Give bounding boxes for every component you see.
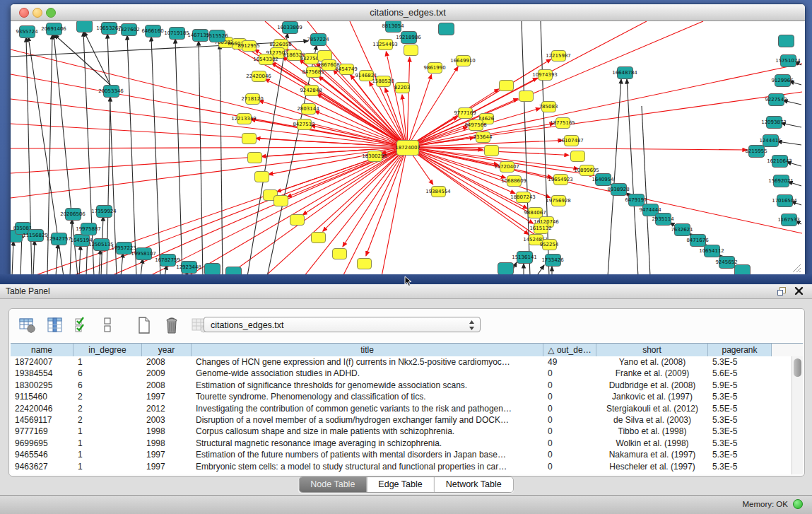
graph-node[interactable]: 16543382	[259, 54, 273, 65]
table-row[interactable]: 1830029562008Estimation of significance …	[11, 380, 792, 391]
graph-node[interactable]: 6479197	[628, 194, 645, 206]
graph-node[interactable]: 2803144	[301, 103, 316, 115]
graph-node[interactable]: 6466160	[145, 25, 161, 37]
graph-node[interactable]: 10899695	[579, 165, 594, 176]
window-resize-grip[interactable]	[792, 263, 801, 273]
table-cell[interactable]: 1998	[142, 426, 192, 437]
table-cell[interactable]: 9777169	[11, 426, 73, 437]
graph-node[interactable]: 8454749	[339, 64, 354, 75]
tab-network-table[interactable]: Network Table	[434, 477, 513, 492]
graph-node[interactable]	[204, 263, 220, 275]
graph-node[interactable]: 7857224	[310, 33, 326, 46]
graph-node[interactable]: 1588520	[376, 76, 391, 87]
graph-node[interactable]: 1244415	[763, 134, 779, 147]
graph-node[interactable]: 22420046	[252, 71, 266, 82]
graph-node[interactable]	[290, 214, 305, 226]
graph-node[interactable]	[311, 232, 326, 243]
table-cell[interactable]: Genome-wide association studies in ADHD.	[192, 368, 543, 379]
table-row[interactable]: 1456911722003Disruption of a novel membe…	[11, 414, 792, 426]
table-cell[interactable]: 2009	[142, 368, 192, 379]
graph-node[interactable]: 16648784	[617, 66, 633, 79]
graph-node[interactable]: 10653267	[101, 22, 117, 35]
graph-node[interactable]	[247, 152, 262, 163]
graph-node[interactable]: 82203	[395, 82, 410, 93]
graph-node[interactable]: 9146821	[359, 70, 374, 81]
table-cell[interactable]: Dudbridge et al. (2008)	[596, 380, 708, 391]
column-header-in_degree[interactable]: in_degree	[73, 344, 142, 357]
graph-node[interactable]: 8938928	[611, 183, 627, 196]
graph-node[interactable]: 10688609	[507, 175, 522, 187]
column-header-year[interactable]: year	[142, 344, 192, 357]
column-header-name[interactable]: name	[11, 344, 73, 357]
table-cell[interactable]: 2	[73, 391, 142, 402]
graph-node[interactable]: 18724007	[396, 140, 419, 156]
graph-node[interactable]	[778, 35, 794, 47]
table-cell[interactable]: Structural magnetic resonance image aver…	[192, 438, 543, 449]
graph-node[interactable]: 17359924	[96, 205, 112, 218]
table-cell[interactable]: 5.5E-5	[708, 403, 772, 414]
table-cell[interactable]: 1997	[142, 461, 192, 472]
float-panel-icon[interactable]	[777, 286, 787, 296]
table-cell[interactable]: 9465546	[11, 449, 73, 460]
column-header-pagerank[interactable]: pagerank	[708, 344, 772, 357]
graph-node[interactable]: 15720407	[500, 161, 514, 173]
table-cell[interactable]: 22420046	[11, 403, 73, 414]
graph-node[interactable]	[242, 133, 257, 144]
graph-node[interactable]: 12942757	[51, 233, 67, 245]
graph-node[interactable]: 9245652	[719, 256, 735, 269]
table-cell[interactable]: 0	[543, 368, 596, 379]
graph-node[interactable]: 9327508	[304, 53, 319, 64]
graph-node[interactable]: 18300295	[367, 151, 382, 162]
table-cell[interactable]: 5.3E-5	[708, 461, 772, 472]
graph-node[interactable]: 8215955	[748, 145, 765, 158]
table-cell[interactable]: 5.3E-5	[708, 391, 772, 402]
table-cell[interactable]: 1	[73, 461, 142, 472]
table-cell[interactable]: 1	[73, 356, 142, 368]
graph-node[interactable]: 2718120	[245, 93, 260, 105]
tab-node-table[interactable]: Node Table	[299, 477, 366, 492]
table-row[interactable]: 946362711997Embryonic stem cells: a mode…	[11, 461, 792, 472]
graph-node[interactable]: 1615132	[534, 223, 548, 234]
table-row[interactable]: 911546021997Tourette syndrome. Phenomeno…	[11, 391, 792, 402]
table-cell[interactable]: 9463627	[11, 461, 73, 472]
table-cell[interactable]: Changes of HCN gene expression and I(f) …	[192, 356, 543, 368]
graph-node[interactable]: 19975887	[81, 223, 97, 235]
table-cell[interactable]: Nakamura et al. (1997)	[596, 449, 708, 460]
graph-node[interactable]: 18807243	[516, 192, 531, 203]
graph-node[interactable]: 15136141	[517, 251, 533, 264]
graph-node[interactable]	[254, 171, 269, 182]
graph-node[interactable]	[76, 21, 93, 33]
graph-node[interactable]: 19958107	[136, 247, 152, 260]
graph-node[interactable]: 9242848	[304, 85, 319, 96]
graph-node[interactable]: 8497568	[469, 119, 483, 131]
table-cell[interactable]: 14569117	[11, 414, 73, 426]
table-cell[interactable]: 9699695	[11, 438, 73, 449]
graph-node[interactable]: 7515526	[209, 30, 225, 42]
column-header-out_de[interactable]: △ out_de…	[543, 344, 596, 357]
table-cell[interactable]: Hescheler et al. (1997)	[596, 461, 708, 472]
graph-node[interactable]: 1645194	[73, 234, 90, 247]
graph-node[interactable]: 19654923	[553, 174, 568, 185]
table-cell[interactable]: 2	[73, 403, 142, 414]
graph-node[interactable]: 17957223	[116, 242, 132, 255]
table-cell[interactable]: 2012	[142, 403, 192, 414]
table-cell[interactable]: 1997	[142, 391, 192, 402]
table-cell[interactable]: Estimation of the future numbers of pati…	[192, 449, 543, 460]
table-cell[interactable]: 6	[73, 380, 142, 391]
table-row[interactable]: 977716911998Corpus callosum shape and si…	[11, 426, 792, 437]
graph-node[interactable]: 15692021	[773, 175, 789, 187]
graph-node[interactable]: 9861990	[428, 62, 442, 74]
table-cell[interactable]: Wolkin et al. (1998)	[596, 438, 708, 449]
graph-node[interactable]: 16782759	[160, 254, 176, 267]
table-cell[interactable]: 0	[543, 461, 596, 472]
graph-node[interactable]: 8912955	[242, 40, 257, 52]
graph-node[interactable]: 2935114	[655, 213, 671, 226]
graph-node[interactable]: 20691406	[46, 23, 62, 35]
graph-node[interactable]: 10974393	[538, 69, 553, 81]
table-cell[interactable]: 0	[543, 380, 596, 391]
graph-node[interactable]: 20206506	[65, 208, 81, 221]
table-row[interactable]: 969969511998Structural magnetic resonanc…	[11, 438, 792, 449]
table-cell[interactable]: 0	[543, 391, 596, 402]
table-cell[interactable]: Franke et al. (2009)	[596, 368, 708, 379]
graph-node[interactable]: 785083	[541, 101, 556, 112]
